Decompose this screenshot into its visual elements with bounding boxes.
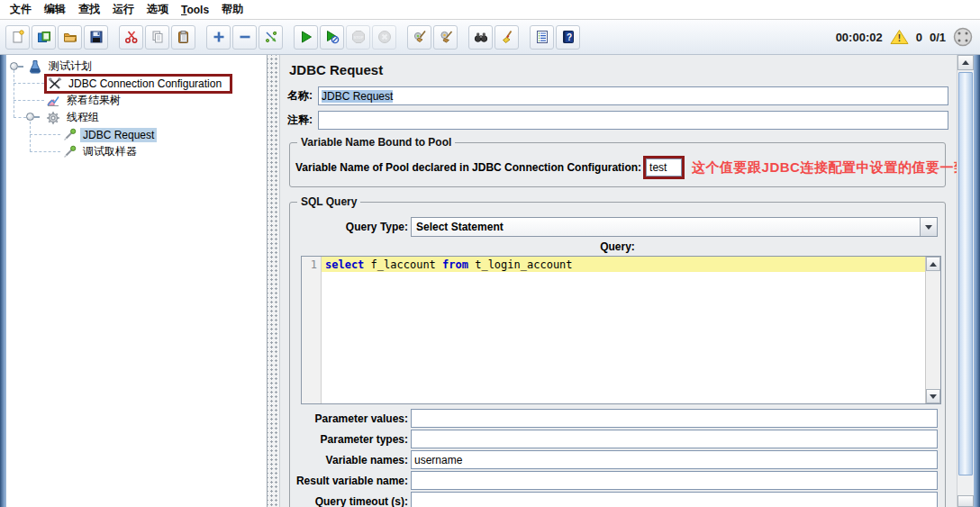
elapsed-timer: 00:00:02 xyxy=(836,31,883,44)
sql-text: f_laccount xyxy=(364,258,442,271)
clear-button[interactable] xyxy=(407,25,431,50)
start-icon xyxy=(299,30,313,44)
sql-query-editor[interactable]: 1 select f_laccount from t_login_account xyxy=(301,256,941,404)
query-type-select[interactable]: Select Statement xyxy=(411,217,938,237)
clear-search-button[interactable] xyxy=(495,25,519,50)
parameter-values-input[interactable] xyxy=(411,409,938,428)
query-type-value: Select Statement xyxy=(412,221,920,233)
window-border-right xyxy=(974,55,980,507)
warning-icon[interactable]: ! xyxy=(890,29,909,45)
query-timeout-input[interactable] xyxy=(411,492,938,507)
sql-query-group: SQL Query Query Type: Select Statement Q… xyxy=(289,202,946,507)
variable-names-label: Variable names: xyxy=(294,454,411,466)
arrow-up-icon xyxy=(930,262,937,267)
toolbar-status-cluster: 00:00:02 ! 0 0/1 xyxy=(836,27,973,47)
scrollbar-thumb[interactable] xyxy=(958,72,973,475)
pool-variable-input[interactable] xyxy=(646,158,682,177)
paste-button[interactable] xyxy=(171,25,195,50)
menu-help[interactable]: 帮助 xyxy=(215,0,250,19)
sampler-icon xyxy=(62,128,77,142)
combo-dropdown-button[interactable] xyxy=(920,218,937,236)
start-no-timers-icon xyxy=(325,30,340,44)
result-variable-name-label: Result variable name: xyxy=(294,475,411,487)
menu-tools[interactable]: Tools xyxy=(175,2,215,18)
active-threads-count: 0/1 xyxy=(930,31,946,44)
chevron-down-icon xyxy=(925,225,932,230)
start-button[interactable] xyxy=(294,25,318,50)
start-no-timers-button[interactable] xyxy=(320,25,344,50)
name-label: 名称: xyxy=(287,88,313,104)
save-icon xyxy=(89,30,104,44)
paste-icon xyxy=(177,30,191,44)
error-count: 0 xyxy=(916,31,922,44)
remove-button[interactable] xyxy=(232,25,257,50)
tree-node-jdbc-connection-configuration[interactable]: JDBC Connection Configuration xyxy=(6,75,267,92)
tree-main-splitter[interactable] xyxy=(268,55,280,507)
cut-button[interactable] xyxy=(119,25,143,50)
new-file-icon xyxy=(11,30,25,44)
scroll-up-button[interactable] xyxy=(957,55,974,70)
sql-keyword: select xyxy=(325,258,364,271)
annotation-rectangle xyxy=(643,156,685,179)
name-input-selected-text: JDBC Request xyxy=(322,90,393,103)
templates-button[interactable] xyxy=(32,25,56,50)
tree-node-jdbc-request[interactable]: JDBC Request xyxy=(6,126,267,143)
jdbc-request-panel: JDBC Request 名称: JDBC Request 注释: Variab… xyxy=(280,55,957,507)
new-button[interactable] xyxy=(5,25,30,50)
cut-icon xyxy=(124,30,139,44)
tree-node-label: 调试取样器 xyxy=(80,143,140,160)
toggle-arrows-icon xyxy=(264,30,278,44)
pool-group-legend: Variable Name Bound to Pool xyxy=(297,136,455,149)
svg-text:?: ? xyxy=(566,32,571,42)
main-vertical-scrollbar[interactable] xyxy=(957,55,974,507)
scroll-up-button[interactable] xyxy=(926,257,940,271)
templates-icon xyxy=(37,30,51,44)
stop-button[interactable]: STOP xyxy=(346,25,370,50)
tree-node-thread-group[interactable]: 线程组 xyxy=(6,109,267,126)
function-helper-button[interactable] xyxy=(530,25,554,50)
add-button[interactable] xyxy=(206,25,231,50)
save-button[interactable] xyxy=(84,25,108,50)
config-element-icon xyxy=(48,77,62,91)
help-button[interactable]: ? xyxy=(556,25,580,50)
sql-text: t_login_account xyxy=(468,258,573,271)
tree-node-label: JDBC Connection Configuration xyxy=(66,77,224,91)
menu-file[interactable]: 文件 xyxy=(4,0,38,19)
toolbar-group-file xyxy=(5,25,108,50)
comment-input[interactable] xyxy=(318,111,948,130)
variable-names-input[interactable] xyxy=(411,450,938,469)
parameter-types-input[interactable] xyxy=(411,430,938,448)
binoculars-icon xyxy=(474,30,488,44)
tree-node-view-results-tree[interactable]: 察看结果树 xyxy=(6,92,267,109)
search-button[interactable] xyxy=(468,25,493,50)
result-variable-name-input[interactable] xyxy=(411,471,938,490)
stop-icon: STOP xyxy=(351,30,366,44)
shutdown-button[interactable] xyxy=(372,25,396,50)
line-number: 1 xyxy=(311,258,317,271)
query-timeout-label: Query timeout (s): xyxy=(294,495,411,507)
tree-node-test-plan[interactable]: 测试计划 xyxy=(6,58,267,75)
test-plan-icon xyxy=(28,59,42,74)
toolbar-group-clear xyxy=(407,25,458,50)
tree-node-label: 察看结果树 xyxy=(64,92,123,109)
toggle-button[interactable] xyxy=(259,25,283,50)
pool-variable-label: Variable Name of Pool declared in JDBC C… xyxy=(295,161,641,174)
editor-scrollbar[interactable] xyxy=(925,257,940,403)
tree-node-debug-sampler[interactable]: 调试取样器 xyxy=(6,143,267,160)
menu-edit[interactable]: 编辑 xyxy=(38,0,72,19)
editor-code-area[interactable]: select f_laccount from t_login_account xyxy=(322,257,925,403)
menu-options[interactable]: 选项 xyxy=(141,0,175,19)
scroll-down-button[interactable] xyxy=(926,389,940,403)
copy-button[interactable] xyxy=(145,25,169,50)
sql-statement-line: select f_laccount from t_login_account xyxy=(322,257,925,272)
scroll-down-button[interactable] xyxy=(957,495,974,507)
editor-gutter: 1 xyxy=(302,257,322,403)
toolbar-group-search xyxy=(468,25,519,50)
name-input[interactable]: JDBC Request xyxy=(318,86,948,105)
svg-text:!: ! xyxy=(898,33,901,43)
open-button[interactable] xyxy=(58,25,82,50)
menu-search[interactable]: 查找 xyxy=(72,0,106,19)
clear-all-button[interactable] xyxy=(433,25,458,50)
comment-label: 注释: xyxy=(287,113,313,128)
menu-run[interactable]: 运行 xyxy=(106,0,141,19)
